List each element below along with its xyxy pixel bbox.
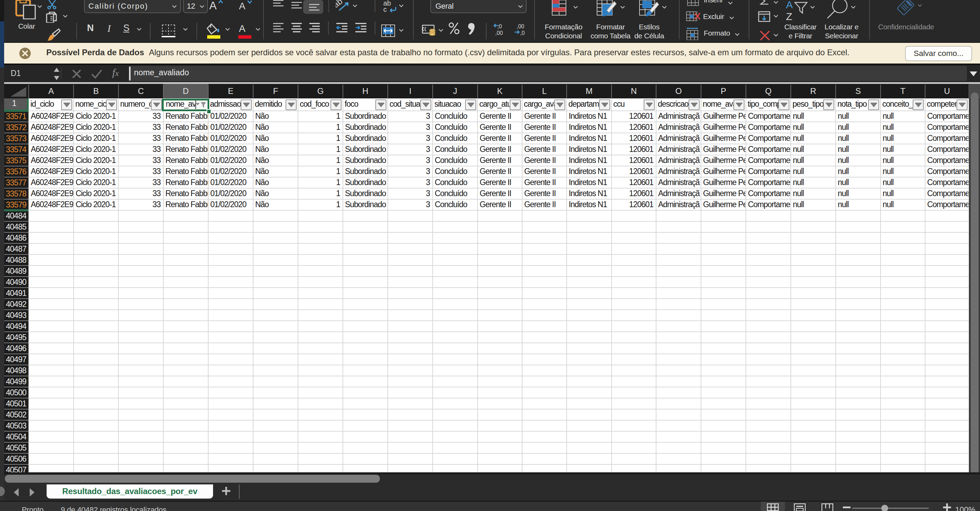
svg-text:A: A bbox=[786, 0, 793, 10]
svg-text:c: c bbox=[383, 6, 387, 13]
svg-text:ab: ab bbox=[336, 0, 344, 10]
svg-text:A: A bbox=[209, 0, 217, 10]
svg-text:Z: Z bbox=[786, 11, 792, 21]
svg-text:,00: ,00 bbox=[495, 30, 503, 36]
svg-text:,0: ,0 bbox=[497, 24, 502, 29]
svg-text:A: A bbox=[239, 1, 245, 10]
